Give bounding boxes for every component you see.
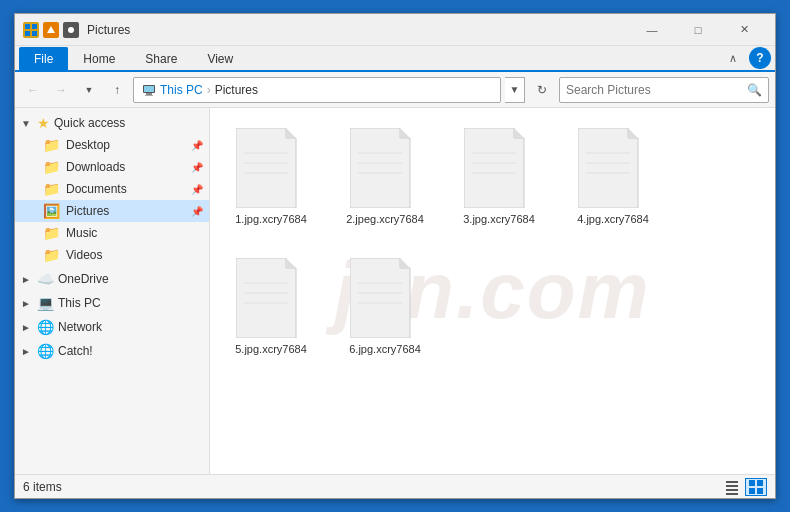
up-button[interactable]: ↑ xyxy=(105,78,129,102)
tab-share[interactable]: Share xyxy=(130,47,192,70)
onedrive-label: OneDrive xyxy=(58,272,109,286)
folder-icon-documents: 📁 xyxy=(43,181,60,197)
grid-view-button[interactable] xyxy=(745,478,767,496)
expand-icon-this-pc: ► xyxy=(21,298,33,309)
file-item-5[interactable]: 5.jpg.xcry7684 xyxy=(226,254,316,360)
folder-icon-desktop: 📁 xyxy=(43,137,60,153)
svg-rect-2 xyxy=(25,31,30,36)
sidebar-header-catch[interactable]: ► 🌐 Catch! xyxy=(15,340,209,362)
search-icon[interactable]: 🔍 xyxy=(747,83,762,97)
svg-point-4 xyxy=(68,27,74,33)
network-icon: 🌐 xyxy=(37,319,54,335)
sidebar-item-documents[interactable]: 📁 Documents 📌 xyxy=(15,178,209,200)
pin-icon xyxy=(63,22,79,38)
list-view-button[interactable] xyxy=(721,478,743,496)
catch-label: Catch! xyxy=(58,344,93,358)
explorer-window: Pictures — □ ✕ File Home Share View ∧ ? … xyxy=(14,13,776,499)
file-item-3[interactable]: 3.jpg.xcry7684 xyxy=(454,124,544,230)
file-item-4[interactable]: 4.jpg.xcry7684 xyxy=(568,124,658,230)
sidebar-section-catch: ► 🌐 Catch! xyxy=(15,340,209,362)
help-button[interactable]: ? xyxy=(749,47,771,69)
svg-marker-15 xyxy=(400,128,410,138)
file-name-1: 1.jpg.xcry7684 xyxy=(235,212,307,226)
file-area: jsn.com 1.jpg.xcry7684 xyxy=(210,108,775,474)
refresh-button[interactable]: ↻ xyxy=(529,77,555,103)
svg-marker-19 xyxy=(464,128,524,208)
address-path[interactable]: This PC › Pictures xyxy=(133,77,501,103)
sidebar-header-onedrive[interactable]: ► ☁️ OneDrive xyxy=(15,268,209,290)
file-item-1[interactable]: 1.jpg.xcry7684 xyxy=(226,124,316,230)
downloads-label: Downloads xyxy=(66,160,125,174)
recent-locations-button[interactable]: ▼ xyxy=(77,78,101,102)
svg-rect-39 xyxy=(726,481,738,483)
expand-icon-quick-access: ▼ xyxy=(21,118,33,129)
pictures-label: Pictures xyxy=(66,204,109,218)
close-button[interactable]: ✕ xyxy=(721,14,767,46)
svg-rect-41 xyxy=(726,489,738,491)
forward-button[interactable]: → xyxy=(49,78,73,102)
file-name-6: 6.jpg.xcry7684 xyxy=(349,342,421,356)
svg-marker-30 xyxy=(286,258,296,268)
title-bar-icons xyxy=(23,22,79,38)
svg-marker-25 xyxy=(628,128,638,138)
address-bar: ← → ▼ ↑ This PC › Pictures ▼ ↻ 🔍 xyxy=(15,72,775,108)
path-this-pc: This PC xyxy=(160,83,203,97)
svg-rect-6 xyxy=(144,86,154,92)
status-bar: 6 items xyxy=(15,474,775,498)
file-name-4: 4.jpg.xcry7684 xyxy=(577,212,649,226)
sidebar-item-music[interactable]: 📁 Music xyxy=(15,222,209,244)
thispc-icon: 💻 xyxy=(37,295,54,311)
music-label: Music xyxy=(66,226,97,240)
folder-icon-music: 📁 xyxy=(43,225,60,241)
svg-marker-34 xyxy=(350,258,410,338)
file-name-5: 5.jpg.xcry7684 xyxy=(235,342,307,356)
sidebar-section-network: ► 🌐 Network xyxy=(15,316,209,338)
address-dropdown-button[interactable]: ▼ xyxy=(505,77,525,103)
tab-view[interactable]: View xyxy=(192,47,248,70)
sidebar-header-this-pc[interactable]: ► 💻 This PC xyxy=(15,292,209,314)
path-pictures: Pictures xyxy=(215,83,258,97)
sidebar-section-this-pc: ► 💻 This PC xyxy=(15,292,209,314)
documents-label: Documents xyxy=(66,182,127,196)
folder-icon-pictures: 🖼️ xyxy=(43,203,60,219)
ribbon-collapse-button[interactable]: ∧ xyxy=(721,48,745,69)
search-input[interactable] xyxy=(566,83,743,97)
sidebar-header-network[interactable]: ► 🌐 Network xyxy=(15,316,209,338)
desktop-label: Desktop xyxy=(66,138,110,152)
file-icon-6 xyxy=(350,258,420,338)
tab-home[interactable]: Home xyxy=(68,47,130,70)
main-area: ▼ ★ Quick access 📁 Desktop 📌 📁 Downloads… xyxy=(15,108,775,474)
svg-marker-9 xyxy=(236,128,296,208)
svg-rect-44 xyxy=(757,480,763,486)
expand-icon-onedrive: ► xyxy=(21,274,33,285)
item-count: 6 items xyxy=(23,480,62,494)
sidebar-header-quick-access[interactable]: ▼ ★ Quick access xyxy=(15,112,209,134)
file-item-6[interactable]: 6.jpg.xcry7684 xyxy=(340,254,430,360)
sidebar: ▼ ★ Quick access 📁 Desktop 📌 📁 Downloads… xyxy=(15,108,210,474)
window-icon xyxy=(23,22,39,38)
title-bar-title: Pictures xyxy=(87,23,629,37)
sidebar-item-videos[interactable]: 📁 Videos xyxy=(15,244,209,266)
svg-rect-42 xyxy=(726,493,738,495)
maximize-button[interactable]: □ xyxy=(675,14,721,46)
sidebar-item-pictures[interactable]: 🖼️ Pictures 📌 xyxy=(15,200,209,222)
back-button[interactable]: ← xyxy=(21,78,45,102)
sidebar-section-onedrive: ► ☁️ OneDrive xyxy=(15,268,209,290)
ribbon-tabs: File Home Share View ∧ ? xyxy=(15,46,775,72)
svg-rect-46 xyxy=(757,488,763,494)
star-icon: ★ xyxy=(37,115,50,131)
minimize-button[interactable]: — xyxy=(629,14,675,46)
file-item-2[interactable]: 2.jpeg.xcry7684 xyxy=(340,124,430,230)
svg-rect-40 xyxy=(726,485,738,487)
file-icon-5 xyxy=(236,258,306,338)
svg-marker-20 xyxy=(514,128,524,138)
sidebar-item-downloads[interactable]: 📁 Downloads 📌 xyxy=(15,156,209,178)
this-pc-label: This PC xyxy=(58,296,101,310)
title-bar-controls: — □ ✕ xyxy=(629,14,767,46)
sidebar-item-desktop[interactable]: 📁 Desktop 📌 xyxy=(15,134,209,156)
videos-label: Videos xyxy=(66,248,102,262)
search-box[interactable]: 🔍 xyxy=(559,77,769,103)
pin-icon-desktop: 📌 xyxy=(191,140,203,151)
svg-rect-8 xyxy=(145,95,153,96)
tab-file[interactable]: File xyxy=(19,47,68,70)
